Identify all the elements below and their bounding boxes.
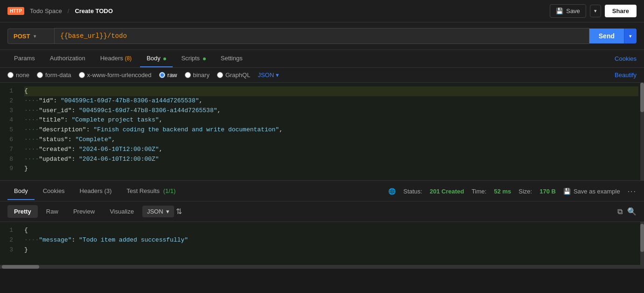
view-tab-pretty[interactable]: Pretty — [7, 205, 38, 218]
save-as-example-button[interactable]: 💾 Save as example — [563, 188, 620, 195]
method-select[interactable]: POST ▾ — [7, 29, 54, 44]
method-label: POST — [14, 33, 30, 40]
send-dropdown-button[interactable]: ▾ — [624, 29, 637, 43]
code-line-1: { — [24, 86, 638, 96]
tab-scripts[interactable]: Scripts — [175, 50, 212, 67]
tab-authorization[interactable]: Authorization — [43, 50, 92, 67]
tab-params[interactable]: Params — [7, 50, 42, 67]
resp-code-line-2: ····"message": "Todo item added successf… — [24, 236, 638, 245]
body-options: none form-data x-www-form-urlencoded raw… — [0, 68, 644, 83]
tab-scripts-label: Scripts — [181, 55, 200, 62]
option-none[interactable]: none — [7, 71, 29, 79]
tab-headers-label: Headers — [100, 55, 123, 62]
response-meta: 🌐 Status: 201 Created Time: 52 ms Size: … — [388, 187, 637, 196]
save-dropdown-button[interactable]: ▾ — [590, 5, 601, 17]
request-body-editor[interactable]: 1 2 3 4 5 6 7 8 9 { ····"id": "004599c1-… — [0, 83, 644, 181]
code-line-3: ····"user_id": "004599c1-69d7-47b8-8306-… — [24, 106, 638, 116]
globe-icon: 🌐 — [388, 188, 396, 195]
resp-tab-test-results-label: Test Results — [126, 187, 160, 194]
json-format-select[interactable]: JSON ▾ — [258, 71, 279, 79]
beautify-button[interactable]: Beautify — [615, 71, 637, 79]
code-line-8: ····"updated": "2024-06-10T12:00:00Z" — [24, 155, 638, 164]
search-icon[interactable]: 🔍 — [627, 207, 637, 216]
response-format-select[interactable]: JSON ▾ — [142, 206, 174, 217]
response-format-chevron-icon: ▾ — [166, 208, 169, 215]
resp-thumb-v — [640, 224, 644, 252]
view-tabs-left: Pretty Raw Preview Visualize JSON ▾ ⇅ — [7, 205, 182, 218]
resp-tab-body[interactable]: Body — [7, 183, 35, 200]
resp-tab-cookies[interactable]: Cookies — [36, 183, 71, 200]
time-label: Time: — [471, 188, 486, 195]
tab-body[interactable]: Body — [140, 50, 173, 67]
code-line-7: ····"created": "2024-06-10T12:00:00Z", — [24, 145, 638, 155]
code-content[interactable]: { ····"id": "004599c1-69d7-47b8-8306-a14… — [19, 83, 644, 180]
tab-headers[interactable]: Headers (8) — [94, 50, 138, 67]
response-line-numbers: 1 2 3 — [0, 222, 19, 269]
filter-icon[interactable]: ⇅ — [176, 207, 182, 216]
resp-headers-badge: (3) — [104, 187, 112, 194]
response-format-label: JSON — [147, 208, 163, 215]
resp-scroll-bottom[interactable] — [0, 265, 640, 269]
breadcrumb-separator: / — [68, 7, 70, 14]
option-raw[interactable]: raw — [159, 71, 177, 79]
save-button[interactable]: 💾 Save — [550, 4, 586, 18]
status-value: 201 Created — [430, 188, 464, 195]
tab-settings-label: Settings — [221, 55, 243, 62]
body-dot — [163, 57, 166, 60]
save-label: Save — [566, 7, 580, 14]
json-format-chevron-icon: ▾ — [276, 71, 279, 79]
code-line-2: ····"id": "004599c1-69d7-47b8-8306-a144d… — [24, 96, 638, 106]
code-line-5: ····"description": "Finish coding the ba… — [24, 125, 638, 135]
option-x-www-form-urlencoded[interactable]: x-www-form-urlencoded — [79, 71, 152, 79]
save-example-label: Save as example — [574, 188, 620, 195]
response-code-content[interactable]: { ····"message": "Todo item added succes… — [19, 222, 644, 269]
resp-test-badge: (1/1) — [163, 187, 176, 194]
response-view-tabs: Pretty Raw Preview Visualize JSON ▾ ⇅ ⧉ … — [0, 201, 644, 222]
resp-code-line-3: } — [24, 245, 638, 255]
request-tabs-right: Cookies — [615, 55, 637, 62]
resp-tab-headers[interactable]: Headers (3) — [73, 183, 119, 200]
view-tab-preview[interactable]: Preview — [67, 205, 101, 218]
json-format-label: JSON — [258, 71, 274, 79]
resp-tab-test-results[interactable]: Test Results (1/1) — [120, 183, 182, 200]
response-body-editor[interactable]: 1 2 3 { ····"message": "Todo item added … — [0, 222, 644, 269]
more-options-button[interactable]: ··· — [628, 187, 637, 196]
view-tab-visualize[interactable]: Visualize — [103, 205, 140, 218]
resp-scroll-right[interactable] — [640, 222, 644, 269]
option-binary[interactable]: binary — [185, 71, 210, 79]
save-icon: 💾 — [556, 7, 563, 14]
cookies-link[interactable]: Cookies — [615, 55, 637, 62]
copy-icon[interactable]: ⧉ — [617, 207, 623, 216]
save-example-icon: 💾 — [563, 188, 571, 195]
status-label: Status: — [403, 188, 422, 195]
resp-code-line-1: { — [24, 226, 638, 236]
option-graphql[interactable]: GraphQL — [217, 71, 250, 79]
breadcrumb-space: Todo Space — [30, 7, 62, 14]
resp-tab-body-label: Body — [14, 187, 28, 194]
response-code-inner: 1 2 3 { ····"message": "Todo item added … — [0, 222, 644, 269]
headers-badge: (8) — [125, 55, 132, 62]
scroll-thumb — [640, 83, 644, 112]
scroll-indicator[interactable] — [640, 83, 644, 180]
response-tabs: Body Cookies Headers (3) Test Results (1… — [7, 183, 182, 200]
body-options-left: none form-data x-www-form-urlencoded raw… — [7, 71, 279, 79]
url-input[interactable] — [54, 28, 589, 44]
option-form-data[interactable]: form-data — [37, 71, 71, 79]
response-header: Body Cookies Headers (3) Test Results (1… — [0, 181, 644, 201]
tab-settings[interactable]: Settings — [214, 50, 249, 67]
request-tabs: Params Authorization Headers (8) Body Sc… — [0, 50, 644, 68]
tab-authorization-label: Authorization — [50, 55, 85, 62]
app-icon: HTTP — [7, 7, 24, 15]
code-line-9: } — [24, 164, 638, 174]
breadcrumb-page: Create TODO — [75, 7, 112, 14]
resp-tab-headers-label: Headers — [80, 187, 103, 194]
url-bar: POST ▾ Send ▾ — [0, 22, 644, 50]
view-tabs-right: ⧉ 🔍 — [617, 207, 637, 216]
send-wrapper: Send ▾ — [589, 29, 637, 43]
share-button[interactable]: Share — [605, 5, 637, 17]
view-tab-raw[interactable]: Raw — [40, 205, 65, 218]
code-line-6: ····"status": "Complete", — [24, 135, 638, 145]
code-editor-inner: 1 2 3 4 5 6 7 8 9 { ····"id": "004599c1-… — [0, 83, 644, 180]
send-button[interactable]: Send — [589, 29, 624, 43]
line-numbers: 1 2 3 4 5 6 7 8 9 — [0, 83, 19, 180]
